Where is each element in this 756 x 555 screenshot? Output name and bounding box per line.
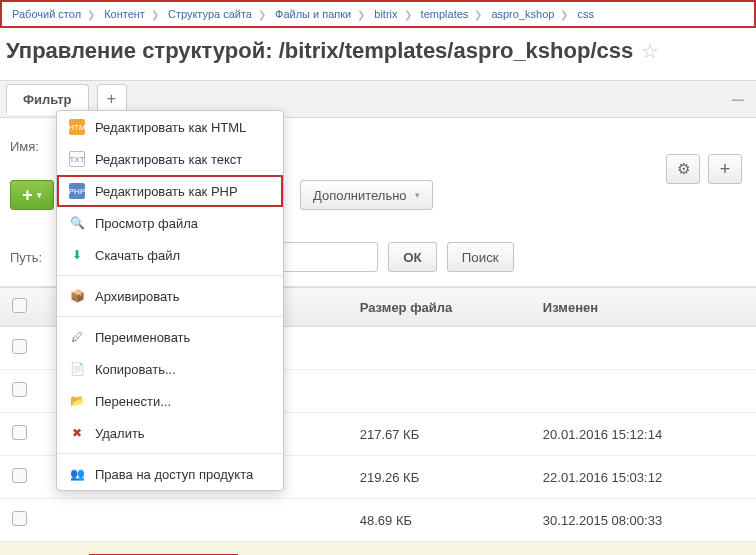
menu-rename[interactable]: Переименовать: [57, 321, 283, 353]
menu-label: Удалить: [95, 426, 145, 441]
chevron-right-icon: ❯: [87, 9, 95, 20]
html-icon: HTM: [69, 119, 85, 135]
filter-collapse-button[interactable]: –: [726, 86, 750, 112]
plus-icon: +: [720, 159, 731, 180]
breadcrumb-item[interactable]: Файлы и папки: [275, 8, 351, 20]
menu-label: Переименовать: [95, 330, 190, 345]
cell-size: 219.26 КБ: [348, 456, 531, 499]
gear-icon: ⚙: [677, 160, 690, 178]
chevron-right-icon: ❯: [357, 9, 365, 20]
cell-size: 48.69 КБ: [348, 499, 531, 542]
cell-modified: 20.01.2016 15:12:14: [531, 413, 756, 456]
menu-copy[interactable]: Копировать...: [57, 353, 283, 385]
menu-edit-html[interactable]: HTM Редактировать как HTML: [57, 111, 283, 143]
select-all-checkbox[interactable]: [12, 298, 27, 313]
menu-label: Копировать...: [95, 362, 176, 377]
menu-label: Скачать файл: [95, 248, 180, 263]
breadcrumb-item[interactable]: templates: [421, 8, 469, 20]
archive-icon: [69, 288, 85, 304]
search-button[interactable]: Поиск: [447, 242, 514, 272]
row-checkbox[interactable]: [12, 382, 27, 397]
ok-button[interactable]: ОК: [388, 242, 437, 272]
menu-permissions[interactable]: Права на доступ продукта: [57, 458, 283, 490]
breadcrumb-item[interactable]: Рабочий стол: [12, 8, 81, 20]
table-row[interactable]: 48.69 КБ 30.12.2015 08:00:33: [0, 499, 756, 542]
chevron-right-icon: ❯: [151, 9, 159, 20]
table-row[interactable]: custom.css 461 Б 26.01.2016 10:29:20: [0, 542, 756, 556]
magnifier-icon: [69, 215, 85, 231]
chevron-right-icon: ❯: [474, 9, 482, 20]
name-label: Имя:: [10, 139, 58, 154]
breadcrumb-item[interactable]: aspro_kshop: [491, 8, 554, 20]
col-modified[interactable]: Изменен: [531, 288, 756, 327]
permissions-icon: [69, 466, 85, 482]
breadcrumb-item[interactable]: Контент: [104, 8, 145, 20]
menu-label: Редактировать как текст: [95, 152, 242, 167]
additional-dropdown[interactable]: Дополнительно ▾: [300, 180, 433, 210]
cell-modified: 30.12.2015 08:00:33: [531, 499, 756, 542]
menu-label: Права на доступ продукта: [95, 467, 253, 482]
settings-button[interactable]: ⚙: [666, 154, 700, 184]
row-checkbox[interactable]: [12, 468, 27, 483]
cell-modified: 22.01.2016 15:03:12: [531, 456, 756, 499]
breadcrumb-item[interactable]: css: [577, 8, 594, 20]
breadcrumb-item[interactable]: Структура сайта: [168, 8, 252, 20]
move-icon: [69, 393, 85, 409]
menu-move[interactable]: Перенести...: [57, 385, 283, 417]
additional-label: Дополнительно: [313, 188, 407, 203]
chevron-right-icon: ❯: [560, 9, 568, 20]
menu-view-file[interactable]: Просмотр файла: [57, 207, 283, 239]
row-checkbox[interactable]: [12, 425, 27, 440]
path-label: Путь:: [10, 250, 42, 265]
delete-icon: [69, 425, 85, 441]
menu-label: Редактировать как PHP: [95, 184, 238, 199]
txt-icon: TXT: [69, 151, 85, 167]
menu-archive[interactable]: Архивировать: [57, 280, 283, 312]
menu-edit-text[interactable]: TXT Редактировать как текст: [57, 143, 283, 175]
create-button[interactable]: +▾: [10, 180, 54, 210]
cell-size: 461 Б: [348, 542, 531, 556]
context-menu: HTM Редактировать как HTML TXT Редактиро…: [56, 110, 284, 491]
menu-edit-php[interactable]: PHP Редактировать как PHP: [57, 175, 283, 207]
chevron-down-icon: ▾: [415, 190, 420, 200]
menu-label: Архивировать: [95, 289, 180, 304]
download-icon: [69, 247, 85, 263]
cell-modified: 26.01.2016 10:29:20: [531, 542, 756, 556]
menu-separator: [57, 275, 283, 276]
menu-label: Перенести...: [95, 394, 171, 409]
menu-label: Редактировать как HTML: [95, 120, 246, 135]
menu-label: Просмотр файла: [95, 216, 198, 231]
row-checkbox[interactable]: [12, 339, 27, 354]
col-size[interactable]: Размер файла: [348, 288, 531, 327]
chevron-right-icon: ❯: [258, 9, 266, 20]
col-checkbox: [0, 288, 39, 327]
row-checkbox[interactable]: [12, 511, 27, 526]
menu-separator: [57, 316, 283, 317]
favorite-star-icon[interactable]: ☆: [641, 39, 659, 63]
add-button[interactable]: +: [708, 154, 742, 184]
menu-delete[interactable]: Удалить: [57, 417, 283, 449]
menu-separator: [57, 453, 283, 454]
rename-icon: [69, 329, 85, 345]
php-icon: PHP: [69, 183, 85, 199]
chevron-down-icon: ▾: [37, 190, 42, 200]
copy-icon: [69, 361, 85, 377]
breadcrumb-item[interactable]: bitrix: [374, 8, 397, 20]
page-title: Управление структурой: /bitrix/templates…: [6, 38, 633, 64]
chevron-right-icon: ❯: [404, 9, 412, 20]
breadcrumb: Рабочий стол❯ Контент❯ Структура сайта❯ …: [4, 4, 752, 24]
cell-size: 217.67 КБ: [348, 413, 531, 456]
menu-download[interactable]: Скачать файл: [57, 239, 283, 271]
